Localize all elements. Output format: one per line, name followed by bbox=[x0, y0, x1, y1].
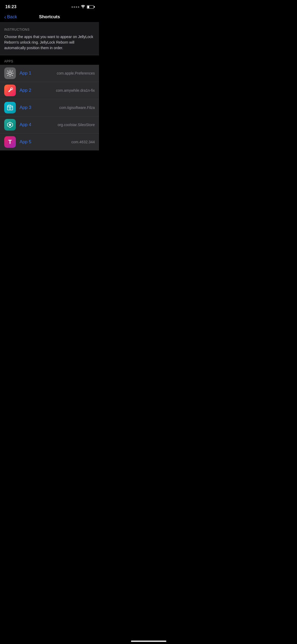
app-icon-3 bbox=[4, 102, 16, 113]
app-name-3: App 3 bbox=[20, 105, 59, 110]
app-list: App 1 com.apple.Preferences App 2 com.am… bbox=[0, 65, 99, 150]
wifi-icon bbox=[81, 5, 85, 9]
svg-rect-2 bbox=[8, 88, 12, 92]
status-icons bbox=[72, 5, 94, 9]
battery-icon bbox=[87, 5, 94, 9]
app-name-4: App 4 bbox=[20, 122, 58, 127]
app-bundle-1: com.apple.Preferences bbox=[57, 71, 95, 75]
instructions-label: INSTRUCTIONS bbox=[4, 28, 95, 31]
apps-label: APPS bbox=[4, 59, 95, 63]
back-label: Back bbox=[7, 14, 17, 20]
list-item[interactable]: App 4 org.coolstar.SileoStore bbox=[0, 116, 99, 134]
svg-point-3 bbox=[11, 88, 13, 90]
app-name-1: App 1 bbox=[20, 71, 57, 76]
app-bundle-5: com.4632.344 bbox=[71, 140, 95, 144]
svg-point-5 bbox=[9, 108, 11, 109]
status-bar: 16:23 bbox=[0, 0, 99, 12]
list-item[interactable]: App 2 com.amywhile.dra1n-fix bbox=[0, 82, 99, 99]
nav-bar: ‹ Back Shortcuts bbox=[0, 12, 99, 22]
instructions-section: INSTRUCTIONS Choose the apps that you wa… bbox=[0, 22, 99, 55]
status-time: 16:23 bbox=[5, 4, 16, 9]
app-icon-5: T bbox=[4, 136, 16, 148]
apps-section-header: APPS bbox=[0, 55, 99, 65]
app-bundle-2: com.amywhile.dra1n-fix bbox=[56, 88, 95, 93]
svg-point-7 bbox=[9, 124, 11, 126]
page-title: Shortcuts bbox=[39, 14, 60, 20]
app-name-5: App 5 bbox=[20, 139, 71, 145]
app-icon-2 bbox=[4, 85, 16, 96]
app-icon-1 bbox=[4, 67, 16, 79]
list-item[interactable]: T App 5 com.4632.344 bbox=[0, 134, 99, 150]
chevron-left-icon: ‹ bbox=[4, 14, 6, 20]
instructions-text: Choose the apps that you want to appear … bbox=[4, 34, 95, 51]
signal-icon bbox=[72, 6, 79, 8]
app-bundle-4: org.coolstar.SileoStore bbox=[58, 123, 95, 127]
svg-point-1 bbox=[9, 72, 11, 75]
svg-point-0 bbox=[83, 8, 83, 8]
app-icon-4 bbox=[4, 119, 16, 131]
list-item[interactable]: App 3 com.tigisoftware.Filza bbox=[0, 99, 99, 116]
app-name-2: App 2 bbox=[20, 88, 56, 93]
back-button[interactable]: ‹ Back bbox=[4, 14, 17, 20]
app-bundle-3: com.tigisoftware.Filza bbox=[59, 105, 95, 110]
list-item[interactable]: App 1 com.apple.Preferences bbox=[0, 65, 99, 82]
